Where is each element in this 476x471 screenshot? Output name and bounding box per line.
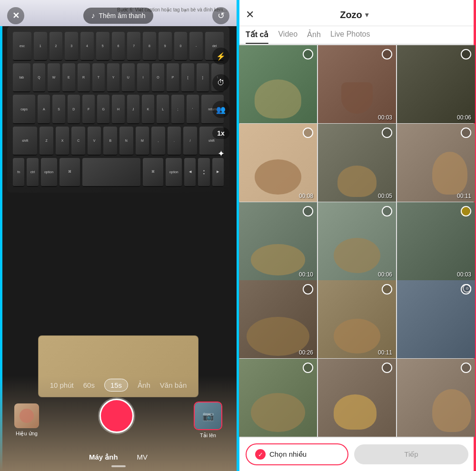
key-6: 6 <box>112 32 125 61</box>
select-circle-8 <box>382 206 392 216</box>
choose-multiple-button[interactable]: ✓ Chọn nhiều <box>246 443 348 465</box>
sparkle-icon: ✦ <box>218 148 225 159</box>
choose-multiple-label: Chọn nhiều <box>269 450 307 459</box>
effects-label: Hiệu ứng <box>16 431 38 437</box>
key-l: L <box>157 95 169 124</box>
flash-button[interactable]: ⚡ <box>212 48 229 65</box>
camera-close-button[interactable]: ✕ <box>7 7 24 24</box>
key-slash: / <box>183 127 197 156</box>
key-ctrl: ctrl <box>27 158 38 187</box>
photo-cell-13[interactable] <box>239 359 317 437</box>
photo-duration-9: 00:03 <box>457 271 471 278</box>
photo-cell-10[interactable]: 00:26 <box>239 280 317 358</box>
tab-video[interactable]: Video <box>278 30 298 44</box>
key-left: ◀ <box>184 158 196 187</box>
photo-cell-8[interactable]: 00:06 <box>318 202 396 280</box>
photo-cell-3[interactable]: 00:06 <box>397 45 475 123</box>
home-indicator <box>111 465 126 467</box>
camera-right-controls: ⚡ ⏱ 👥 1x ✦ <box>212 48 229 159</box>
key-semicolon: ; <box>171 95 184 124</box>
photo-cell-14[interactable] <box>318 359 396 437</box>
camera-panel: Bước 6: Viết caption hoặc tag bạn bè và … <box>0 0 238 471</box>
music-icon: ♪ <box>91 11 95 20</box>
select-circle-9 <box>461 206 471 216</box>
key-e: E <box>62 63 75 92</box>
key-y: Y <box>107 63 119 92</box>
capture-button[interactable] <box>99 399 134 433</box>
key-n: N <box>119 127 133 156</box>
mode-15s-active[interactable]: 15s <box>104 379 128 392</box>
media-picker-close-button[interactable]: ✕ <box>246 9 254 21</box>
key-u: U <box>122 63 134 92</box>
key-esc: esc <box>13 32 31 61</box>
music-btn-label: Thêm âm thanh <box>99 12 145 20</box>
key-w: W <box>48 63 60 92</box>
key-period: . <box>168 127 181 156</box>
mode-vanban[interactable]: Văn bản <box>160 381 187 390</box>
people-button[interactable]: 👥 <box>212 101 229 118</box>
mode-10min[interactable]: 10 phút <box>50 381 74 389</box>
camera-top-bar: ✕ ♪ Thêm âm thanh ↺ <box>0 7 237 24</box>
key-m: M <box>136 127 149 156</box>
photo-cell-9[interactable]: 00:03 <box>397 202 475 280</box>
photo-cell-7[interactable]: 00:10 <box>239 202 317 280</box>
key-7: 7 <box>127 32 140 61</box>
tab-live-photos[interactable]: Live Photos <box>330 30 370 44</box>
photo-duration-3: 00:06 <box>457 114 471 121</box>
gallery-thumbnail[interactable] <box>14 403 39 428</box>
upload-label: Tải lên <box>200 432 216 439</box>
tab-all[interactable]: Tất cả <box>246 30 268 44</box>
key-5: 5 <box>96 32 109 61</box>
photo-duration-8: 00:06 <box>378 271 392 278</box>
select-circle-3 <box>461 49 471 59</box>
select-circle-5 <box>382 128 392 138</box>
photo-cell-12[interactable]: ⚙ <box>397 280 475 358</box>
capture-row: Hiệu ứng 📷 Tải lên <box>0 399 237 433</box>
photo-grid: 00:03 00:06 00:08 00:05 00:11 <box>238 44 476 437</box>
kb-row-5: fn ctrl option ⌘ ⌘ option ◀ ▲▼ ▶ <box>13 158 224 187</box>
key-caps: caps <box>13 95 35 124</box>
photo-cell-1[interactable] <box>239 45 317 123</box>
key-j: J <box>127 95 139 124</box>
photo-cell-4[interactable]: 00:08 <box>239 124 317 202</box>
key-cmd-r: ⌘ <box>143 158 164 187</box>
photo-cell-15[interactable] <box>397 359 475 437</box>
kb-row-1: esc 1 2 3 4 5 6 7 8 9 0 - del <box>13 32 224 61</box>
tab-photo[interactable]: Ảnh <box>307 30 321 44</box>
photo-duration-2: 00:03 <box>378 114 392 121</box>
key-x: X <box>56 127 69 156</box>
media-picker-title: Zozo <box>340 10 362 20</box>
refresh-button[interactable]: ↺ <box>212 7 229 24</box>
timer-button[interactable]: ⏱ <box>212 74 229 91</box>
add-music-button[interactable]: ♪ Thêm âm thanh <box>83 8 153 24</box>
media-type-tabs: Tất cả Video Ảnh Live Photos <box>238 26 476 44</box>
photo-duration-7: 00:10 <box>299 271 313 278</box>
key-p: P <box>167 63 179 92</box>
kb-row-3: caps A S D F G H J K L ; ' return <box>13 95 224 124</box>
photo-duration-11: 00:11 <box>378 349 392 356</box>
key-1: 1 <box>34 32 47 61</box>
key-s: S <box>52 95 65 124</box>
media-picker-bottom-bar: ✓ Chọn nhiều Tiếp <box>238 437 476 471</box>
media-picker-title-container: Zozo ▾ <box>340 10 368 20</box>
nav-mv[interactable]: MV <box>137 453 148 461</box>
title-chevron-icon[interactable]: ▾ <box>365 11 368 19</box>
zoom-indicator[interactable]: 1x <box>212 128 229 139</box>
upload-button[interactable]: 📷 <box>194 402 222 430</box>
key-space <box>82 158 140 187</box>
key-i: I <box>137 63 149 92</box>
key-k: K <box>142 95 154 124</box>
key-9: 9 <box>159 32 172 61</box>
mode-60s[interactable]: 60s <box>83 381 95 389</box>
key-fn: fn <box>13 158 24 187</box>
photo-cell-6[interactable]: 00:11 <box>397 124 475 202</box>
key-right: ▶ <box>212 158 224 187</box>
nav-mayanh[interactable]: Máy ảnh <box>89 453 118 461</box>
photo-cell-5[interactable]: 00:05 <box>318 124 396 202</box>
mode-anh[interactable]: Ảnh <box>138 381 150 390</box>
photo-cell-11[interactable]: 00:11 <box>318 280 396 358</box>
upload-container: 📷 Tải lên <box>194 402 222 430</box>
photo-cell-2[interactable]: 00:03 <box>318 45 396 123</box>
next-button[interactable]: Tiếp <box>354 444 468 464</box>
key-b: B <box>103 127 117 156</box>
